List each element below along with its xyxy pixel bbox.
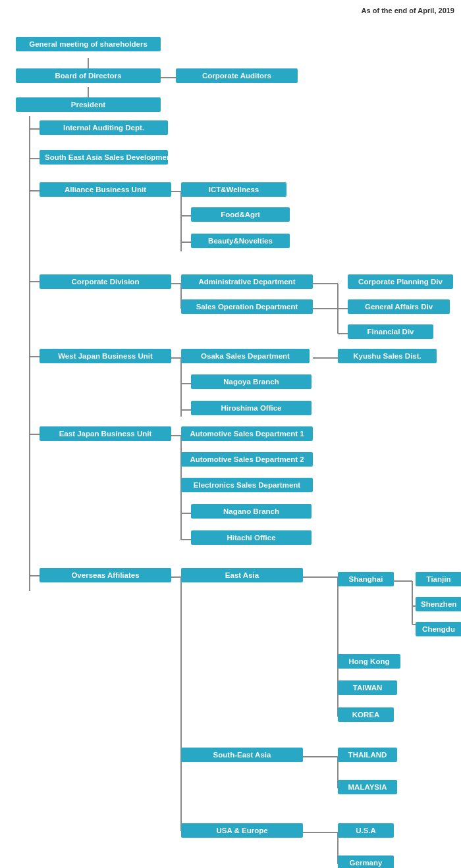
president-box: President: [16, 97, 161, 112]
nagano-branch-box: Nagano Branch: [191, 504, 312, 519]
usa-box: U.S.A: [338, 823, 394, 838]
admin-dept-box: Administrative Department: [181, 274, 313, 289]
general-affairs-box: General Affairs Div: [348, 299, 450, 314]
korea-box: KOREA: [338, 707, 394, 722]
food-agri-box: Food&Agri: [191, 207, 290, 222]
alliance-bu-box: Alliance Business Unit: [40, 182, 171, 197]
thailand-box: THAILAND: [338, 748, 397, 762]
beauty-novelties-box: Beauty&Novelties: [191, 234, 290, 248]
shanghai-box: Shanghai: [338, 572, 394, 586]
chengdu-box: Chengdu: [416, 622, 461, 636]
hong-kong-box: Hong Kong: [338, 654, 400, 669]
hitachi-office-box: Hitachi Office: [191, 530, 312, 545]
sales-op-box: Sales Operation Department: [181, 299, 313, 314]
usa-europe-box: USA & Europe: [181, 823, 303, 838]
east-asia-box: East Asia: [181, 568, 303, 582]
corporate-div-box: Corporate Division: [40, 274, 171, 289]
corp-planning-box: Corporate Planning Div: [348, 274, 453, 289]
connector-lines: [7, 18, 461, 868]
electronics-sales-box: Electronics Sales Department: [181, 478, 313, 492]
financial-div-box: Financial Div: [348, 324, 433, 339]
kyushu-dist-box: Kyushu Sales Dist.: [338, 349, 437, 363]
nagoya-branch-box: Nagoya Branch: [191, 374, 312, 389]
osaka-sales-box: Osaka Sales Department: [181, 349, 310, 363]
board-box: Board of Directors: [16, 68, 161, 83]
shenzhen-box: Shenzhen: [416, 597, 461, 611]
taiwan-box: TAIWAN: [338, 680, 397, 695]
date-label: As of the end of April, 2019: [7, 7, 454, 14]
malaysia-box: MALAYSIA: [338, 780, 397, 794]
tianjin-box: Tianjin: [416, 572, 461, 586]
west-japan-box: West Japan Business Unit: [40, 349, 171, 363]
auditors-box: Corporate Auditors: [176, 68, 298, 83]
sea-sales-dev-box: South East Asia Sales Development: [40, 150, 168, 165]
ict-wellness-box: ICT&Wellness: [181, 182, 286, 197]
auto-sales-2-box: Automotive Sales Department 2: [181, 452, 313, 467]
east-japan-box: East Japan Business Unit: [40, 426, 171, 441]
general-meeting-box: General meeting of shareholders: [16, 37, 161, 51]
hiroshima-office-box: Hiroshima Office: [191, 401, 312, 415]
south-east-asia-box: South-East Asia: [181, 748, 303, 762]
auto-sales-1-box: Automotive Sales Department 1: [181, 426, 313, 441]
germany-box: Germany: [338, 855, 394, 868]
overseas-box: Overseas Affiliates: [40, 568, 171, 582]
internal-auditing-box: Internal Auditing Dept.: [40, 120, 168, 135]
